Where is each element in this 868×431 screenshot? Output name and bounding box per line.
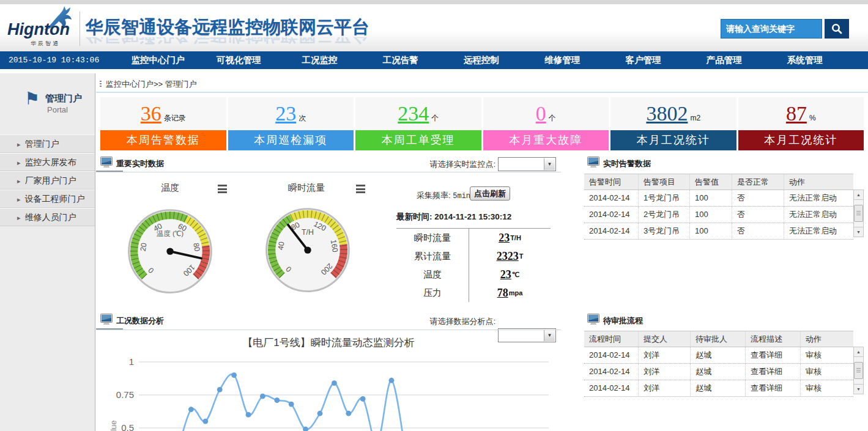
stat-value[interactable]: 36 <box>141 102 161 125</box>
gauge-center-label: 温度 (℃) <box>156 230 184 237</box>
scroll-up-icon[interactable]: ▲ <box>854 190 863 200</box>
gauge-menu-icon[interactable] <box>218 185 227 195</box>
sidebar-item-engineer-portal[interactable]: ▸设备工程师门户 <box>0 190 95 208</box>
monitor-point-select[interactable]: ▼ <box>498 157 556 171</box>
header: Hignton 华辰智通 华辰智通设备远程监控物联网云平台 华辰智通设备远程监控… <box>0 4 868 51</box>
breadcrumb-dots-icon <box>100 81 102 88</box>
cell-alarm-item: 2号龙门吊 <box>638 207 689 223</box>
search-input[interactable] <box>721 19 822 39</box>
scroll-down-icon[interactable]: ▼ <box>854 384 863 394</box>
reading-value[interactable]: 78 <box>497 287 508 300</box>
reading-label: 温度 <box>396 269 469 281</box>
nav-item-system[interactable]: 系统管理 <box>765 51 845 69</box>
portal-subtitle: Portal <box>47 105 68 114</box>
sidebar-menu: ▸管理门户 ▸监控大屏发布 ▸厂家用户门户 ▸设备工程师门户 ▸维修人员门户 <box>0 134 95 226</box>
dashboard-page: Hignton 华辰智通 华辰智通设备远程监控物联网云平台 华辰智通设备远程监控… <box>0 0 868 431</box>
scrollbar-thumb[interactable] <box>854 362 863 379</box>
refresh-button[interactable]: 点击刷新 <box>470 186 510 201</box>
column-header: 待审批人 <box>690 331 745 347</box>
reading-row: 瞬时流量 23T/H <box>396 229 551 247</box>
stat-card-top: 36条记录 <box>100 97 226 130</box>
reading-value[interactable]: 23 <box>500 268 511 281</box>
nav-item-visualization[interactable]: 可视化管理 <box>198 51 279 69</box>
stat-label-bar[interactable]: 本周巡检漏项 <box>228 130 354 150</box>
cell-audit-action[interactable]: 审核 <box>800 364 853 380</box>
cell-approver: 赵城 <box>690 380 745 396</box>
reading-value[interactable]: 2323 <box>497 250 519 263</box>
cell-alarm-value: 100 <box>689 223 732 239</box>
gauge-flow-title: 瞬时流量 <box>278 182 335 194</box>
stat-value[interactable]: 0 <box>536 102 546 125</box>
cell-alarm-item: 1号龙门吊 <box>638 190 689 206</box>
column-header: 流程描述 <box>745 331 800 347</box>
stat-value[interactable]: 3802 <box>646 102 688 125</box>
analysis-point-selector-label: 请选择数据分析点: <box>393 316 495 327</box>
stat-value[interactable]: 87 <box>786 102 807 125</box>
scroll-up-icon[interactable]: ▲ <box>854 347 863 357</box>
scroll-down-icon[interactable]: ▼ <box>854 227 863 237</box>
stat-value[interactable]: 234 <box>398 102 429 125</box>
brand-name: Hignton <box>7 20 70 39</box>
realtime-panel-title: 重要实时数据 <box>116 158 164 169</box>
nav-item-condition-alarm[interactable]: 工况告警 <box>360 51 441 69</box>
sidebar-item-repairer-portal[interactable]: ▸维修人员门户 <box>0 208 95 226</box>
stat-label-bar[interactable]: 本周工单受理 <box>355 130 481 150</box>
approval-table-scrollbar[interactable]: ▲ ▼ <box>853 347 864 394</box>
alarm-table-scrollbar[interactable]: ▲ ▼ <box>853 190 864 237</box>
scrollbar-track[interactable] <box>854 357 863 384</box>
latest-time-value: 2014-11-21 15:30:12 <box>434 212 511 221</box>
gauge-tick-label: 20 <box>139 242 149 252</box>
triangle-bullet-icon: ▸ <box>17 159 21 166</box>
scrollbar-track[interactable] <box>854 200 863 227</box>
reading-unit: mpa <box>509 289 523 297</box>
stat-label-bar[interactable]: 本周告警数据 <box>100 130 226 150</box>
nav-item-customer[interactable]: 客户管理 <box>603 51 683 69</box>
stat-label-bar[interactable]: 本月工况统计 <box>738 130 864 150</box>
triangle-bullet-icon: ▸ <box>17 177 21 185</box>
stat-value[interactable]: 23 <box>275 102 296 125</box>
table-row: 2014-02-14 刘洋 赵城 查看详细 审核 <box>584 364 853 380</box>
monitor-point-selector-label: 请选择实时监控点: <box>393 159 495 170</box>
nav-item-monitor-center[interactable]: 监控中心门户 <box>117 51 198 69</box>
monitor-icon <box>587 314 599 325</box>
nav-item-product[interactable]: 产品管理 <box>684 51 765 69</box>
nav-item-condition-monitor[interactable]: 工况监控 <box>279 51 360 69</box>
chevron-down-icon[interactable]: ▼ <box>544 158 555 170</box>
cell-audit-action[interactable]: 审核 <box>800 380 853 396</box>
reading-value[interactable]: 23 <box>499 232 510 245</box>
table-row: 2014-02-14 3号龙门吊 100 否 无法正常启动 <box>584 223 853 240</box>
sidebar-item-admin-portal[interactable]: ▸管理门户 <box>0 134 95 153</box>
alarm-panel-title: 实时告警数据 <box>603 158 651 169</box>
panel-underline <box>96 330 561 330</box>
cell-audit-action[interactable]: 审核 <box>800 347 853 363</box>
stat-card-monthly-condition-pct: 87% 本月工况统计 <box>738 97 864 150</box>
cell-view-detail[interactable]: 查看详细 <box>745 364 800 380</box>
column-header: 告警项目 <box>638 174 689 190</box>
nav-item-remote-control[interactable]: 远程控制 <box>441 51 522 69</box>
cell-view-detail[interactable]: 查看详细 <box>745 380 800 396</box>
stat-card-monthly-failures: 0个 本月重大故障 <box>483 97 609 150</box>
column-header: 告警时间 <box>584 174 638 190</box>
search-button[interactable] <box>825 19 849 39</box>
stat-unit: 次 <box>299 113 306 123</box>
temperature-gauge: 0 20 40 60 80 100 温度 (℃) <box>124 206 217 299</box>
stat-label-bar[interactable]: 本月工况统计 <box>610 130 736 150</box>
cell-view-detail[interactable]: 查看详细 <box>745 347 800 363</box>
analysis-panel-title: 工况数据分析 <box>116 315 164 326</box>
column-header: 动作 <box>800 331 853 347</box>
stat-unit: 个 <box>549 113 556 123</box>
svg-text:value: value <box>109 420 118 431</box>
brand-subtitle: 华辰智通 <box>31 40 60 48</box>
scrollbar-thumb[interactable] <box>854 205 863 222</box>
stat-label-bar[interactable]: 本月重大故障 <box>483 130 609 150</box>
gauge-menu-icon[interactable] <box>356 185 365 195</box>
sidebar-item-label: 监控大屏发布 <box>25 157 76 167</box>
sidebar-item-vendor-portal[interactable]: ▸厂家用户门户 <box>0 171 95 190</box>
breadcrumb-divider <box>96 92 868 93</box>
cell-submitter: 刘洋 <box>638 364 690 380</box>
sidebar-item-big-screen[interactable]: ▸监控大屏发布 <box>0 153 95 171</box>
sampling-frequency: 采集频率: 5min <box>417 190 470 201</box>
sidebar-item-label: 维修人员门户 <box>25 212 76 222</box>
nav-item-maintenance[interactable]: 维修管理 <box>522 51 603 69</box>
column-header: 提交人 <box>638 331 690 347</box>
